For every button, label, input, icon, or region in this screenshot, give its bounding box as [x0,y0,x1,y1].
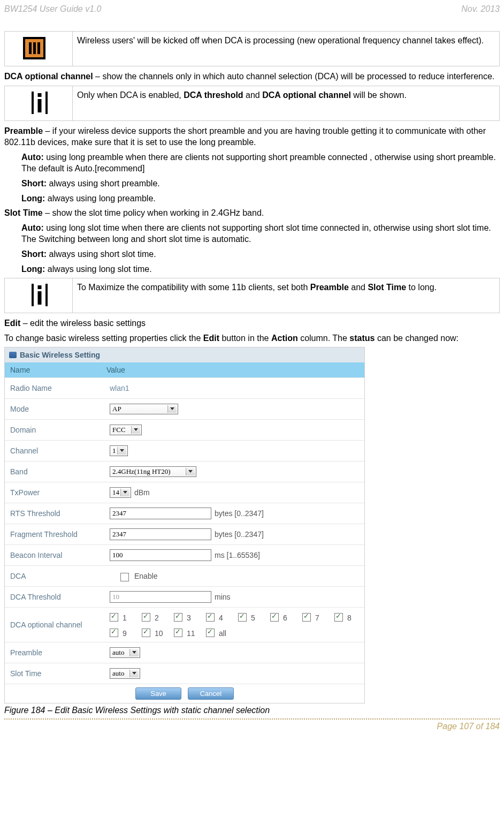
channel-checkbox-6[interactable]: 6 [270,612,293,622]
chevron-down-icon [186,468,195,475]
chevron-down-icon [129,670,139,677]
info-note-dca-shown: Only when DCA is enabled, DCA threshold … [4,86,500,121]
beacon-input[interactable]: 100 [110,549,211,561]
checkbox-icon [270,613,279,622]
page-header: BW1254 User Guide v1.0 Nov. 2013 [4,0,500,30]
panel-title: Basic Wireless Setting [5,347,364,362]
channel-checkbox-3[interactable]: 3 [174,612,196,622]
slot-time-para: Slot Time – show the slot time policy wh… [4,207,500,219]
slot-auto: Auto: using long slot time when there ar… [21,222,500,245]
checkbox-icon [206,613,215,622]
txpower-select[interactable]: 14 [110,487,131,498]
figure-caption: Figure 184 – Edit Basic Wireless Setting… [4,706,500,715]
row-dca-threshold: DCA Threshold 10 mins [5,586,364,607]
checkbox-icon [110,629,118,637]
checkbox-icon [142,613,150,622]
domain-select[interactable]: FCC [110,425,142,435]
mode-select[interactable]: AP [110,404,178,414]
info-icon [32,92,48,114]
row-mode: Mode AP [5,398,364,419]
slot-short: Short: always using short slot time. [21,248,500,260]
button-row: Save Cancel [5,684,364,703]
row-rts: RTS Threshold 2347 bytes [0..2347] [5,503,364,524]
chevron-down-icon [167,405,177,413]
panel-icon [9,352,17,358]
change-para: To change basic wireless setting propert… [4,332,500,344]
chevron-down-icon [129,649,139,656]
edit-para: Edit – edit the wireless basic settings [4,317,500,329]
column-headers: NameValue [5,362,364,377]
row-dca: DCA Enable [5,565,364,586]
fragment-suffix: bytes [0..2347] [215,530,264,539]
beacon-suffix: ms [1..65536] [215,551,260,559]
info-note-compat: To Maximize the compatibility with some … [4,278,500,313]
checkbox-icon [174,613,182,622]
slot-long: Long: always using long slot time. [21,263,500,275]
warning-note-dca: Wireless users' will be kicked off when … [4,31,500,66]
header-right: Nov. 2013 [461,4,500,14]
row-fragment: Fragment Threshold 2347 bytes [0..2347] [5,524,364,544]
preamble-long: Long: always using long preamble. [21,193,500,205]
dca-optional-channel-para: DCA optional channel – show the channels… [4,71,500,82]
checkbox-icon [174,629,182,637]
row-slot-time: Slot Time auto [5,663,364,684]
txpower-unit: dBm [134,488,150,497]
rts-input[interactable]: 2347 [110,508,211,519]
row-radio-name: Radio Name wlan1 [5,377,364,398]
header-left: BW1254 User Guide v1.0 [4,4,101,14]
row-preamble: Preamble auto [5,642,364,663]
preamble-select[interactable]: auto [110,647,140,658]
warning-icon [23,37,45,59]
channel-checkbox-8[interactable]: 8 [334,612,357,622]
checkbox-icon [206,629,215,637]
channel-select[interactable]: 1 [110,445,128,456]
dca-enable-label: Enable [134,572,158,580]
row-band: Band 2.4GHz(11ng HT20) [5,461,364,482]
checkbox-icon [110,613,118,622]
rts-suffix: bytes [0..2347] [215,509,264,518]
row-domain: Domain FCC [5,419,364,440]
checkbox-icon [238,613,247,622]
chevron-down-icon [131,426,140,434]
channel-checkbox-2[interactable]: 2 [142,612,164,622]
channel-checkbox-1[interactable]: 1 [110,612,132,622]
checkbox-icon [302,613,311,622]
checkbox-icon [334,613,343,622]
dca-threshold-input[interactable]: 10 [110,591,211,603]
dca-enable-checkbox[interactable] [120,573,129,581]
chevron-down-icon [117,447,126,455]
channel-checkbox-10[interactable]: 10 [142,627,164,638]
row-txpower: TxPower 14 dBm [5,482,364,503]
info-icon [32,284,48,306]
preamble-short: Short: always using short preamble. [21,178,500,190]
row-channel: Channel 1 [5,440,364,461]
preamble-para: Preamble – if your wireless device suppo… [4,125,500,148]
slot-time-select[interactable]: auto [110,668,140,679]
checkbox-icon [142,629,150,637]
save-button[interactable]: Save [135,687,181,700]
channel-checkbox-4[interactable]: 4 [206,612,228,622]
row-dca-optional-channel: DCA optional channel 1 2 3 4 5 6 7 8 9 1… [5,607,364,642]
info-text: To Maximize the compatibility with some … [73,278,500,313]
channel-checkbox-11[interactable]: 11 [174,627,196,638]
info-text: Only when DCA is enabled, DCA threshold … [73,86,500,120]
fragment-input[interactable]: 2347 [110,528,211,540]
dca-threshold-suffix: mins [215,593,231,601]
channel-checkbox-7[interactable]: 7 [302,612,325,622]
radio-name-value: wlan1 [110,384,129,392]
cancel-button[interactable]: Cancel [188,687,234,700]
channel-checkbox-9[interactable]: 9 [110,627,132,638]
page-footer: Page 107 of 184 [4,718,500,736]
channel-checkbox-5[interactable]: 5 [238,612,261,622]
channel-checkbox-all[interactable]: all [206,627,228,638]
warning-text: Wireless users' will be kicked off when … [73,32,500,66]
preamble-auto: Auto: using long preamble when there are… [21,152,500,175]
band-select[interactable]: 2.4GHz(11ng HT20) [110,466,196,477]
row-beacon: Beacon Interval 100 ms [1..65536] [5,544,364,565]
chevron-down-icon [120,489,129,496]
basic-wireless-setting-panel: Basic Wireless Setting NameValue Radio N… [4,347,365,703]
